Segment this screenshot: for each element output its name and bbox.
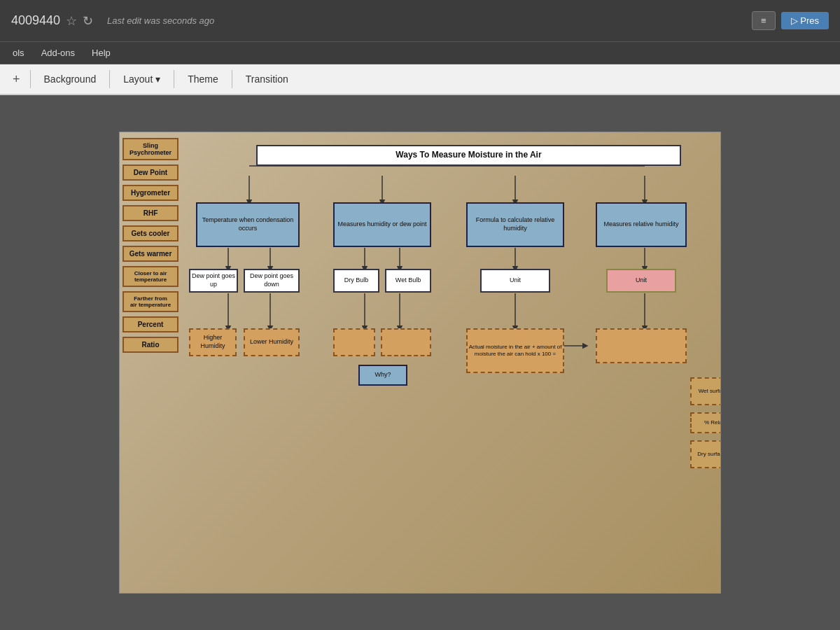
menu-bar: ols Add-ons Help [0,42,840,64]
flowchart-area: Ways To Measure Moisture in the Air Temp… [186,139,716,586]
top-bar: 4009440 ☆ ↻ Last edit was seconds ago ≡ … [0,0,840,42]
transition-button[interactable]: Transition [237,69,298,89]
app-title: 4009440 [11,13,60,28]
fc-col2-dry-bulb[interactable]: Dry Bulb [333,269,379,293]
star-icon[interactable]: ☆ [66,13,77,29]
label-rhf[interactable]: RHF [122,205,178,221]
label-sling-psychrometer[interactable]: SlingPsychrometer [122,138,178,160]
label-gets-warmer[interactable]: Gets warmer [122,246,178,262]
fc-col1-bot1-text: Higher Humidity [190,334,235,350]
fc-col2-bot-right[interactable] [381,328,431,356]
fc-col3-unit[interactable]: Unit [480,269,550,293]
fc-col1-top-text: Temperature when condensation occurs [197,216,298,232]
fc-right-label3[interactable]: Dry surface measures air [690,440,721,468]
fc-col3-unit-text: Unit [510,276,521,285]
fc-right-label3-text: Dry surface measures air [697,451,721,458]
theme-button[interactable]: Theme [178,69,227,89]
fc-col4-bot[interactable] [596,328,687,363]
toolbar-separator-2 [109,70,110,88]
notes-button[interactable]: ≡ [752,11,776,30]
top-right-buttons: ≡ ▷ Pres [752,11,829,30]
layout-button[interactable]: Layout ▾ [114,69,169,89]
toolbar-separator-3 [174,70,174,88]
fc-col1-bot1[interactable]: Higher Humidity [189,328,237,356]
toolbar: + Background Layout ▾ Theme Transition [0,64,840,95]
slide[interactable]: SlingPsychrometer Dew Point Hygrometer R… [119,132,721,594]
toolbar-separator-1 [30,70,31,88]
label-dew-point[interactable]: Dew Point [122,164,178,181]
label-gets-cooler[interactable]: Gets cooler [122,225,178,241]
fc-col1-mid2-text: Dew point goes down [245,272,298,288]
label-farther-from-air[interactable]: Farther fromair temperature [122,291,178,312]
slide-area: SlingPsychrometer Dew Point Hygrometer R… [0,95,840,630]
menu-item-ols[interactable]: ols [6,45,31,61]
menu-item-addons[interactable]: Add-ons [34,45,82,61]
left-labels: SlingPsychrometer Dew Point Hygrometer R… [122,138,178,353]
fc-col1-mid1-text: Dew point goes up [190,272,237,288]
slide-content: SlingPsychrometer Dew Point Hygrometer R… [120,132,720,593]
add-slide-button[interactable]: + [7,71,26,88]
fc-col4-unit-text: Unit [636,276,647,285]
fc-col4-top[interactable]: Measures relative humidity [596,202,687,247]
title-area: 4009440 ☆ ↻ [11,13,93,29]
fc-col4-top-text: Measures relative humidity [603,220,678,229]
toolbar-separator-4 [232,70,232,88]
fc-right-label2-text: % Relative humidity [704,419,721,426]
fc-col1-top[interactable]: Temperature when condensation occurs [196,202,300,247]
fc-col3-top-text: Formula to calculate relative humidity [468,216,563,232]
fc-col1-bot2-text: Lower Humidity [250,338,293,346]
fc-col2-bot-left[interactable] [333,328,375,356]
fc-col3-top[interactable]: Formula to calculate relative humidity [466,202,564,247]
fc-col1-mid2[interactable]: Dew point goes down [244,269,300,293]
fc-right-label1-text: Wet surface evaporating [699,388,721,395]
label-percent[interactable]: Percent [122,316,178,332]
fc-col4-unit[interactable]: Unit [606,269,676,293]
menu-item-help[interactable]: Help [85,45,118,61]
fc-col1-bot2[interactable]: Lower Humidity [244,328,300,356]
last-edit: Last edit was seconds ago [107,15,214,26]
fc-col2-wet-bulb-text: Wet Bulb [396,276,421,285]
present-button[interactable]: ▷ Pres [781,12,829,29]
label-ratio[interactable]: Ratio [122,337,178,353]
fc-col3-bot-text: Actual moisture in the air + amount of m… [468,344,563,358]
fc-col2-dry-bulb-text: Dry Bulb [344,276,369,285]
fc-title-box[interactable]: Ways To Measure Moisture in the Air [256,145,681,166]
fc-col2-top-text: Measures humidity or dew point [337,220,426,229]
fc-col1-mid1[interactable]: Dew point goes up [189,269,238,293]
fc-col2-why-text: Why? [374,371,391,379]
label-closer-to-air[interactable]: Closer to airtemperature [122,266,178,287]
fc-col3-bot[interactable]: Actual moisture in the air + amount of m… [466,328,564,373]
fc-col2-top[interactable]: Measures humidity or dew point [333,202,431,247]
fc-right-label2[interactable]: % Relative humidity [690,412,721,433]
fc-col2-why[interactable]: Why? [358,365,407,386]
fc-right-label1[interactable]: Wet surface evaporating [690,377,721,405]
background-button[interactable]: Background [35,69,106,89]
fc-col2-wet-bulb[interactable]: Wet Bulb [385,269,431,293]
fc-title-text: Ways To Measure Moisture in the Air [396,150,541,161]
label-hygrometer[interactable]: Hygrometer [122,185,178,201]
cloud-icon[interactable]: ↻ [83,13,93,29]
